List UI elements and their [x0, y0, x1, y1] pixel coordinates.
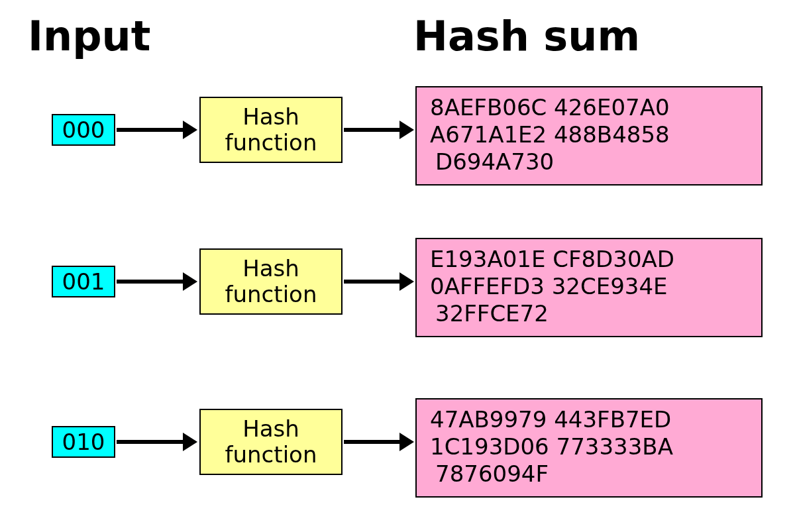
hash-line: A671A1E2 488B4858	[430, 121, 748, 148]
hash-function-box: Hash function	[199, 97, 343, 163]
arrow-icon	[344, 440, 399, 444]
arrow-icon	[117, 440, 183, 444]
arrow-icon	[117, 128, 183, 132]
hash-output-box: 8AEFB06C 426E07A0 A671A1E2 488B4858 D694…	[415, 86, 763, 186]
hash-line: 0AFFEFD3 32CE934E	[430, 273, 748, 300]
arrow-icon	[344, 128, 399, 132]
heading-hash-sum: Hash sum	[413, 12, 640, 60]
input-box: 001	[52, 266, 115, 297]
heading-input: Input	[28, 12, 150, 60]
input-box: 000	[52, 114, 115, 146]
arrow-icon	[117, 280, 183, 284]
hash-line: 32FFCE72	[430, 300, 748, 327]
hash-line: D694A730	[430, 148, 748, 176]
hash-line: 7876094F	[430, 460, 748, 488]
hash-function-box: Hash function	[199, 248, 343, 315]
hash-line: 8AEFB06C 426E07A0	[430, 94, 748, 121]
hash-output-box: 47AB9979 443FB7ED 1C193D06 773333BA 7876…	[415, 398, 763, 498]
hash-function-box: Hash function	[199, 409, 343, 475]
hash-line: 47AB9979 443FB7ED	[430, 406, 748, 433]
input-box: 010	[52, 426, 115, 458]
arrow-icon	[344, 280, 399, 284]
hash-line: 1C193D06 773333BA	[430, 433, 748, 460]
hash-output-box: E193A01E CF8D30AD 0AFFEFD3 32CE934E 32FF…	[415, 238, 763, 337]
hash-line: E193A01E CF8D30AD	[430, 246, 748, 273]
